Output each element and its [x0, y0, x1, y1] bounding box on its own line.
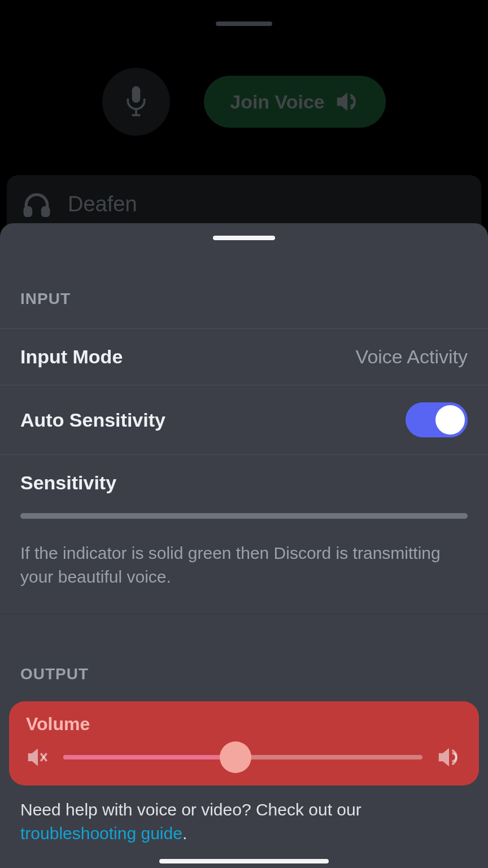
deafen-label: Deafen	[68, 192, 137, 216]
sensitivity-description: If the indicator is solid green then Dis…	[0, 524, 488, 614]
troubleshooting-guide-link[interactable]: troubleshooting guide	[20, 824, 182, 843]
sheet-drag-handle[interactable]	[213, 236, 275, 240]
help-text-suffix: .	[182, 824, 187, 843]
volume-card: Volume	[9, 701, 479, 785]
speaker-icon	[335, 90, 360, 113]
volume-slider-thumb[interactable]	[220, 741, 251, 773]
input-mode-value: Voice Activity	[356, 346, 468, 368]
sensitivity-label: Sensitivity	[20, 472, 468, 494]
deafen-row[interactable]: Deafen	[23, 191, 465, 217]
home-indicator[interactable]	[159, 859, 329, 863]
input-mode-label: Input Mode	[20, 346, 123, 368]
speaker-loud-icon	[436, 746, 462, 769]
help-text-prefix: Need help with voice or video? Check out…	[20, 800, 361, 819]
input-mode-row[interactable]: Input Mode Voice Activity	[0, 328, 488, 385]
svg-rect-4	[42, 207, 48, 216]
join-voice-button[interactable]: Join Voice	[204, 76, 386, 128]
volume-slider[interactable]	[63, 755, 422, 760]
auto-sensitivity-row: Auto Sensitivity	[0, 385, 488, 454]
mute-button[interactable]	[102, 68, 170, 136]
svg-rect-0	[132, 86, 141, 103]
help-text: Need help with voice or video? Check out…	[0, 785, 488, 845]
speaker-muted-icon	[26, 747, 50, 768]
microphone-icon	[124, 86, 149, 118]
input-section-header: INPUT	[0, 240, 488, 328]
auto-sensitivity-toggle[interactable]	[406, 402, 468, 437]
background-voice-panel: Join Voice Deafen	[0, 0, 488, 249]
sensitivity-row: Sensitivity	[0, 454, 488, 524]
auto-sensitivity-label: Auto Sensitivity	[20, 409, 165, 431]
svg-rect-3	[25, 207, 30, 216]
section-divider	[0, 614, 488, 614]
volume-label: Volume	[26, 714, 462, 735]
sensitivity-indicator	[20, 513, 468, 519]
voice-settings-sheet: INPUT Input Mode Voice Activity Auto Sen…	[0, 223, 488, 868]
headphones-icon	[23, 191, 51, 217]
volume-slider-fill	[63, 755, 236, 760]
join-voice-label: Join Voice	[230, 91, 325, 113]
output-section-header: OUTPUT	[0, 626, 488, 699]
